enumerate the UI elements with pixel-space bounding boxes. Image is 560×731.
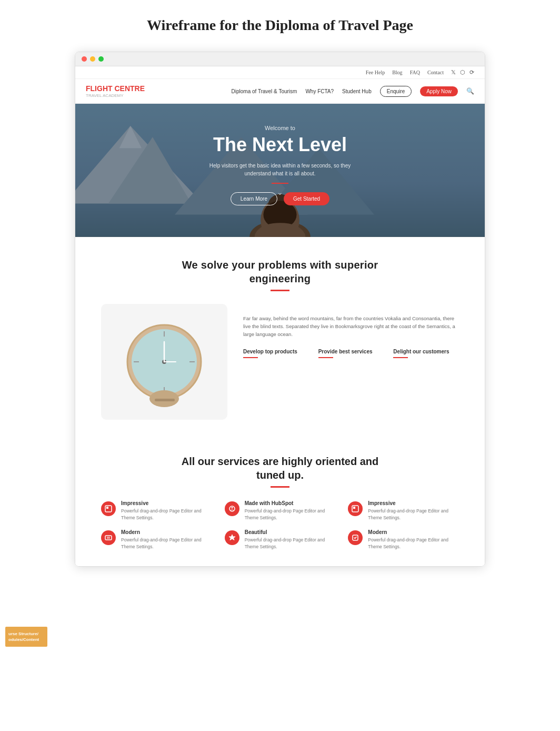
svg-point-27 [231, 507, 233, 508]
service-text-0: Impressive Powerful drag-and-drop Page E… [121, 500, 212, 521]
service-text-4: Beautiful Powerful drag-and-drop Page Ed… [245, 529, 336, 550]
services-section: All our services are highly oriented and… [75, 436, 485, 566]
hero-description: Help visitors get the basic idea within … [206, 162, 354, 177]
svg-rect-30 [105, 536, 112, 540]
service-text-5: Modern Powerful drag-and-drop Page Edito… [368, 529, 459, 550]
service-desc-5: Powerful drag-and-drop Page Editor and T… [368, 537, 459, 550]
service-item-4: Beautiful Powerful drag-and-drop Page Ed… [225, 529, 336, 550]
services-grid: Impressive Powerful drag-and-drop Page E… [101, 500, 459, 550]
solve-feature-0: Develop top products [243, 348, 309, 358]
utility-link-fee-help[interactable]: Fee Help [366, 70, 385, 75]
solve-body-text: Far far away, behind the word mountains,… [243, 314, 459, 339]
service-item-1: Made with HubSpot Powerful drag-and-drop… [225, 500, 336, 521]
browser-window: Fee Help Blog FAQ Contact 𝕏 ⬡ ⟳ FLIGHT C… [75, 52, 485, 567]
service-desc-2: Powerful drag-and-drop Page Editor and T… [368, 508, 459, 521]
service-name-5: Modern [368, 529, 459, 535]
solve-divider [271, 290, 289, 291]
utility-bar: Fee Help Blog FAQ Contact 𝕏 ⬡ ⟳ [75, 66, 485, 79]
service-icon-1 [225, 501, 239, 516]
hero-divider [272, 183, 288, 184]
browser-dot-minimize[interactable] [90, 56, 95, 62]
browser-dot-maximize[interactable] [98, 56, 104, 62]
sticky-note: urse Structure/ odules/Content [5, 627, 47, 647]
service-name-2: Impressive [368, 500, 459, 506]
hero-welcome-text: Welcome to [86, 125, 474, 131]
service-item-3: Modern Powerful drag-and-drop Page Edito… [101, 529, 212, 550]
hero-section: Welcome to The Next Level Help visitors … [75, 104, 485, 237]
service-name-4: Beautiful [245, 529, 336, 535]
service-icon-4 [225, 530, 239, 545]
svg-rect-25 [106, 507, 108, 509]
solve-feature-2: Delight our customers [393, 348, 459, 358]
page-title-section: Wireframe for the Diploma of Travel Page [0, 0, 560, 46]
service-desc-1: Powerful drag-and-drop Page Editor and T… [245, 508, 336, 521]
solve-section: We solve your problems with superior eng… [75, 237, 485, 436]
service-icon-3 [101, 530, 116, 545]
service-desc-0: Powerful drag-and-drop Page Editor and T… [121, 508, 212, 521]
solve-text-block: Far far away, behind the word mountains,… [243, 304, 459, 358]
hero-inner: Welcome to The Next Level Help visitors … [86, 125, 474, 205]
share-icon[interactable]: ⟳ [469, 69, 474, 76]
nav-link-diploma[interactable]: Diploma of Travel & Tourism [232, 88, 297, 94]
social-icons: 𝕏 ⬡ ⟳ [451, 69, 474, 76]
utility-link-faq[interactable]: FAQ [410, 70, 420, 75]
service-name-1: Made with HubSpot [245, 500, 336, 506]
main-nav: FLIGHT CENTRE Travel Academy Diploma of … [75, 79, 485, 104]
solve-features: Develop top products Provide best servic… [243, 348, 459, 358]
logo-line2: Travel Academy [86, 93, 145, 98]
solve-content: Far far away, behind the word mountains,… [101, 304, 459, 420]
service-text-2: Impressive Powerful drag-and-drop Page E… [368, 500, 459, 521]
get-started-button[interactable]: Get Started [284, 192, 329, 205]
nav-link-whyfcta[interactable]: Why FCTA? [305, 88, 334, 94]
clock-image [101, 304, 227, 420]
nav-links: Diploma of Travel & Tourism Why FCTA? St… [232, 86, 474, 97]
services-heading: All our services are highly oriented and… [180, 455, 380, 482]
solve-heading: We solve your problems with superior eng… [180, 258, 380, 285]
website-content: Fee Help Blog FAQ Contact 𝕏 ⬡ ⟳ FLIGHT C… [75, 66, 485, 566]
logo: FLIGHT CENTRE Travel Academy [86, 84, 145, 98]
feature-title-2: Delight our customers [393, 348, 459, 355]
service-icon-5 [348, 530, 363, 545]
enquire-button[interactable]: Enquire [380, 86, 412, 97]
svg-marker-33 [229, 535, 235, 540]
service-icon-0 [101, 501, 116, 516]
feature-title-1: Provide best services [318, 348, 384, 355]
service-text-1: Made with HubSpot Powerful drag-and-drop… [245, 500, 336, 521]
utility-link-contact[interactable]: Contact [427, 70, 444, 75]
search-icon[interactable]: 🔍 [466, 87, 474, 95]
feature-title-0: Develop top products [243, 348, 309, 355]
feature-underline-0 [243, 357, 258, 358]
browser-chrome [75, 52, 485, 66]
service-item-5: Modern Powerful drag-and-drop Page Edito… [348, 529, 459, 550]
feature-underline-1 [318, 357, 333, 358]
hero-title: The Next Level [86, 134, 474, 155]
service-item-0: Impressive Powerful drag-and-drop Page E… [101, 500, 212, 521]
svg-rect-23 [155, 399, 175, 401]
feature-underline-2 [393, 357, 408, 358]
service-desc-3: Powerful drag-and-drop Page Editor and T… [121, 537, 212, 550]
service-desc-4: Powerful drag-and-drop Page Editor and T… [245, 537, 336, 550]
services-divider [271, 486, 289, 488]
browser-dot-close[interactable] [82, 56, 87, 62]
solve-feature-1: Provide best services [318, 348, 384, 358]
utility-link-blog[interactable]: Blog [392, 70, 402, 75]
service-name-3: Modern [121, 529, 212, 535]
instagram-icon[interactable]: ⬡ [460, 69, 465, 76]
apply-now-button[interactable]: Apply Now [420, 86, 458, 96]
sticky-note-text: urse Structure/ odules/Content [8, 631, 39, 642]
service-item-2: Impressive Powerful drag-and-drop Page E… [348, 500, 459, 521]
logo-line1: FLIGHT CENTRE [86, 84, 145, 93]
service-name-0: Impressive [121, 500, 212, 506]
svg-rect-29 [353, 507, 355, 509]
page-title: Wireframe for the Diploma of Travel Page [11, 17, 549, 34]
service-text-3: Modern Powerful drag-and-drop Page Edito… [121, 529, 212, 550]
learn-more-button[interactable]: Learn More [231, 192, 277, 205]
service-icon-2 [348, 501, 363, 516]
nav-link-student-hub[interactable]: Student Hub [342, 88, 372, 94]
scroll-down-icon[interactable]: ⌄ [277, 188, 283, 197]
twitter-icon[interactable]: 𝕏 [451, 69, 456, 76]
